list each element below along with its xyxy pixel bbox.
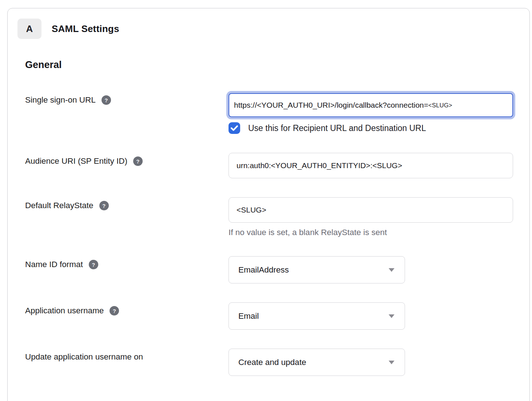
card-header: A SAML Settings [8,19,529,39]
audience-uri-input[interactable]: urn:auth0:<YOUR_AUTH0_ENTITYID>:<SLUG> [229,153,513,178]
name-id-format-value: EmailAddress [238,265,289,275]
chevron-down-icon [389,361,394,364]
application-username-select[interactable]: Email [229,302,405,330]
checkmark-icon [231,125,238,131]
help-glyph: ? [92,262,95,268]
recipient-url-checkbox[interactable] [229,122,240,134]
recipient-url-checkbox-label: Use this for Recipient URL and Destinati… [248,123,426,133]
name-id-format-control: EmailAddress [229,256,405,283]
recipient-url-checkbox-row: Use this for Recipient URL and Destinati… [229,122,513,134]
update-application-username-label-cell: Update application username on [25,349,229,362]
section-heading-general: General [25,59,529,71]
field-row-default-relaystate: Default RelayState ? <SLUG> If no value … [25,197,529,237]
field-row-audience-uri: Audience URI (SP Entity ID) ? urn:auth0:… [25,153,529,178]
name-id-format-label: Name ID format [25,260,83,269]
help-glyph: ? [136,158,139,164]
field-row-sso-url: Single sign-on URL ? https://<YOUR_AUTH0… [25,92,529,134]
default-relaystate-value: <SLUG> [237,206,266,214]
field-row-name-id-format: Name ID format ? EmailAddress [25,256,529,283]
update-application-username-label: Update application username on [25,352,143,362]
audience-uri-control: urn:auth0:<YOUR_AUTH0_ENTITYID>:<SLUG> [229,153,513,178]
application-username-label-cell: Application username ? [25,302,229,315]
chevron-down-icon [389,268,394,272]
default-relaystate-hint: If no value is set, a blank RelayState i… [229,228,513,237]
help-icon[interactable]: ? [110,306,119,315]
chevron-down-icon [389,314,394,318]
sso-url-value-slug: <SLUG> [428,102,452,109]
sso-url-label-cell: Single sign-on URL ? [25,92,229,105]
help-glyph: ? [113,308,116,314]
help-icon[interactable]: ? [99,201,109,210]
update-application-username-control: Create and update [229,349,405,376]
default-relaystate-control: <SLUG> If no value is set, a blank Relay… [229,197,513,237]
section-badge: A [17,19,41,39]
saml-settings-card: A SAML Settings General Single sign-on U… [7,8,530,401]
application-username-control: Email [229,302,405,330]
help-glyph: ? [104,97,108,103]
name-id-format-select[interactable]: EmailAddress [229,256,405,283]
default-relaystate-input[interactable]: <SLUG> [229,197,513,223]
default-relaystate-label-cell: Default RelayState ? [25,197,229,210]
sso-url-label: Single sign-on URL [25,95,96,105]
update-application-username-select[interactable]: Create and update [229,349,405,376]
field-row-application-username: Application username ? Email [25,302,529,330]
sso-url-control: https://<YOUR_AUTH0_URI>/login/callback?… [229,92,513,134]
sso-url-input[interactable]: https://<YOUR_AUTH0_URI>/login/callback?… [229,93,513,117]
audience-uri-label-cell: Audience URI (SP Entity ID) ? [25,153,229,166]
help-glyph: ? [102,203,106,209]
help-icon[interactable]: ? [89,260,98,269]
audience-uri-value: urn:auth0:<YOUR_AUTH0_ENTITYID>:<SLUG> [237,161,402,170]
saml-settings-form: Single sign-on URL ? https://<YOUR_AUTH0… [8,92,529,376]
help-icon[interactable]: ? [133,156,143,166]
sso-url-value: https://<YOUR_AUTH0_URI>/login/callback?… [234,101,428,110]
update-application-username-value: Create and update [238,358,306,367]
panel-title: SAML Settings [52,23,119,35]
application-username-value: Email [238,311,259,321]
field-row-update-application-username: Update application username on Create an… [25,349,529,376]
name-id-format-label-cell: Name ID format ? [25,256,229,269]
help-icon[interactable]: ? [102,95,111,105]
application-username-label: Application username [25,306,104,315]
audience-uri-label: Audience URI (SP Entity ID) [25,156,127,166]
default-relaystate-label: Default RelayState [25,201,94,210]
